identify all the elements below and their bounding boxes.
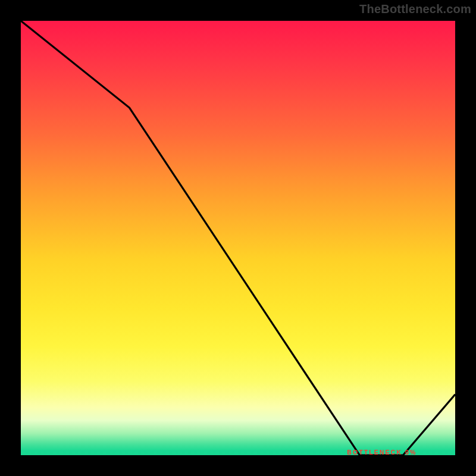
curve-path — [21, 21, 455, 455]
plot-frame: BOTTLENECK 0% — [18, 18, 458, 458]
watermark-text: TheBottleneck.com — [359, 2, 471, 16]
bottleneck-curve — [21, 21, 455, 455]
chart-stage: TheBottleneck.com BOTTLENECK 0% — [0, 0, 476, 476]
